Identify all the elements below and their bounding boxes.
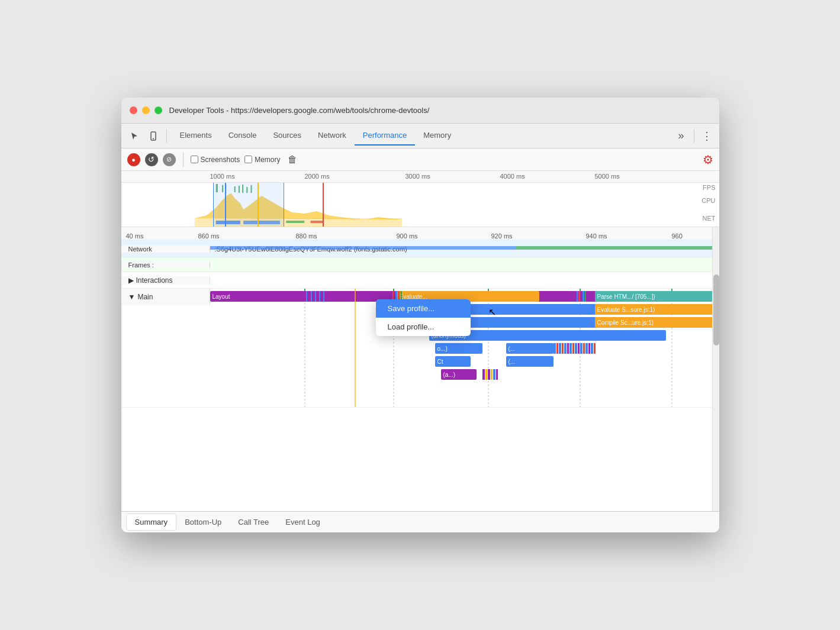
evaluate-s-bar[interactable]: Evaluate S...sure.js:1): [595, 304, 713, 315]
ruler-4000: 4000 ms: [500, 173, 525, 180]
devtools-window: Developer Tools - https://developers.goo…: [121, 98, 719, 532]
mobile-icon[interactable]: [145, 128, 162, 144]
settings-button[interactable]: ⚙: [703, 153, 713, 167]
devtools-toolbar: Elements Console Sources Network Perform…: [121, 124, 719, 148]
network-row-label: Network: [128, 245, 152, 253]
selection-region[interactable]: [213, 183, 284, 227]
zoom-ruler: 40 ms 860 ms 880 ms 900 ms 920 ms 940 ms…: [121, 227, 719, 240]
ruler-3000: 3000 ms: [405, 173, 430, 180]
tab-console[interactable]: Console: [220, 126, 265, 146]
tab-event-log[interactable]: Event Log: [277, 514, 329, 530]
divider3: [183, 153, 184, 167]
close-button[interactable]: [130, 106, 137, 114]
timeline-main: 40 ms 860 ms 880 ms 900 ms 920 ms 940 ms…: [121, 227, 719, 511]
titlebar: Developer Tools - https://developers.goo…: [121, 98, 719, 124]
tab-network[interactable]: Network: [310, 126, 355, 146]
frames-track-label: Frames :: [121, 261, 210, 269]
main-track-content[interactable]: Layout Evaluate...: [210, 289, 719, 407]
perf-toolbar: ● ↺ ⊘ Screenshots Memory 🗑 ⚙: [121, 148, 719, 171]
main-track-row: ▼ Main Layou: [121, 289, 719, 408]
tick-900ms: 900 ms: [397, 232, 418, 240]
scrollbar-thumb[interactable]: [713, 274, 719, 345]
tick-880ms: 880 ms: [296, 232, 317, 240]
tab-sources[interactable]: Sources: [265, 126, 310, 146]
compile-sc-bar[interactable]: Compile Sc...ure.js:1): [595, 317, 713, 328]
context-menu: Save profile... Load profile...: [376, 299, 471, 336]
menu-button[interactable]: ⋮: [699, 127, 715, 145]
divider2: [694, 129, 694, 143]
overview-ruler: 1000 ms 2000 ms 3000 ms 4000 ms 5000 ms: [121, 171, 719, 183]
screenshots-label: Screenshots: [201, 156, 240, 164]
timeline-overview: 1000 ms 2000 ms 3000 ms 4000 ms 5000 ms: [121, 171, 719, 227]
cursor-pointer: ↖: [488, 306, 496, 318]
o-bar[interactable]: o...): [435, 343, 482, 354]
svg-rect-13: [310, 221, 323, 223]
main-track-label: ▼ Main: [121, 289, 210, 305]
dot-bar-1[interactable]: (...: [506, 343, 553, 354]
network-track-content: :S6g4U3t-Y5UEw0lE80llgEseQY3FEmqw.woff2 …: [210, 245, 719, 253]
tab-elements[interactable]: Elements: [172, 126, 220, 146]
bottom-tabs: Summary Bottom-Up Call Tree Event Log: [121, 511, 719, 532]
main-label: Main: [137, 293, 153, 301]
ruler-2000: 2000 ms: [305, 173, 330, 180]
scrollbar[interactable]: [712, 227, 719, 511]
reload-record-button[interactable]: ↺: [145, 153, 158, 166]
parse-html-bar[interactable]: Parse HTM.../ [705...]): [595, 291, 713, 302]
network-track-row: Network :S6g4U3t-Y5UEw0lE80llgEseQY3FEmq…: [121, 240, 719, 258]
tick-960: 960: [672, 232, 683, 240]
interactions-label: Interactions: [136, 276, 173, 285]
tick-940ms: 940 ms: [586, 232, 607, 240]
frames-track-row: Frames : 1.4 ms 31.0 ms 100.0 ms: [121, 258, 719, 272]
tab-call-tree[interactable]: Call Tree: [230, 514, 277, 530]
stop-button[interactable]: ⊘: [163, 153, 176, 166]
net-label: NET: [703, 215, 716, 222]
cpu-label: CPU: [701, 197, 715, 204]
tab-bottom-up[interactable]: Bottom-Up: [176, 514, 230, 530]
clear-button[interactable]: 🗑: [288, 154, 297, 165]
window-title: Developer Tools - https://developers.goo…: [169, 106, 430, 115]
cursor-icon[interactable]: [126, 128, 143, 144]
tick-920ms: 920 ms: [491, 232, 513, 240]
divider: [166, 129, 167, 143]
fps-label: FPS: [703, 184, 715, 191]
screenshots-checkbox[interactable]: [191, 156, 198, 163]
tick-860ms: 860 ms: [198, 232, 220, 240]
tab-summary[interactable]: Summary: [126, 513, 177, 531]
tab-performance[interactable]: Performance: [355, 126, 415, 146]
memory-checkbox-label[interactable]: Memory: [244, 156, 280, 164]
traffic-lights: [130, 106, 162, 114]
ct-bar[interactable]: Ct: [435, 356, 471, 367]
dot-bar-2[interactable]: (...: [506, 356, 553, 367]
overview-tracks[interactable]: FPS CPU NET: [121, 183, 719, 227]
a-bar[interactable]: (a...): [441, 369, 477, 380]
tab-bar: Elements Console Sources Network Perform…: [172, 126, 671, 146]
minimize-button[interactable]: [142, 106, 150, 114]
memory-label: Memory: [255, 156, 280, 164]
frames-row-label: Frames :: [128, 261, 154, 269]
svg-rect-12: [286, 221, 304, 223]
tick-40ms: 40 ms: [126, 232, 144, 240]
ruler-5000: 5000 ms: [595, 173, 620, 180]
tab-memory[interactable]: Memory: [415, 126, 459, 146]
screenshots-checkbox-label[interactable]: Screenshots: [191, 156, 240, 164]
record-button[interactable]: ●: [127, 153, 140, 166]
network-track-label: Network: [121, 245, 210, 253]
interactions-track-label: ▶ Interactions: [121, 276, 210, 285]
ruler-1000: 1000 ms: [210, 173, 235, 180]
save-profile-item[interactable]: Save profile...: [376, 299, 471, 318]
load-profile-item[interactable]: Load profile...: [376, 318, 471, 336]
interactions-triangle[interactable]: ▶: [128, 276, 134, 285]
main-triangle[interactable]: ▼: [128, 293, 136, 301]
memory-checkbox[interactable]: [244, 156, 252, 163]
more-tabs-button[interactable]: »: [673, 130, 688, 142]
interactions-track-row: ▶ Interactions: [121, 272, 719, 289]
maximize-button[interactable]: [155, 106, 162, 114]
